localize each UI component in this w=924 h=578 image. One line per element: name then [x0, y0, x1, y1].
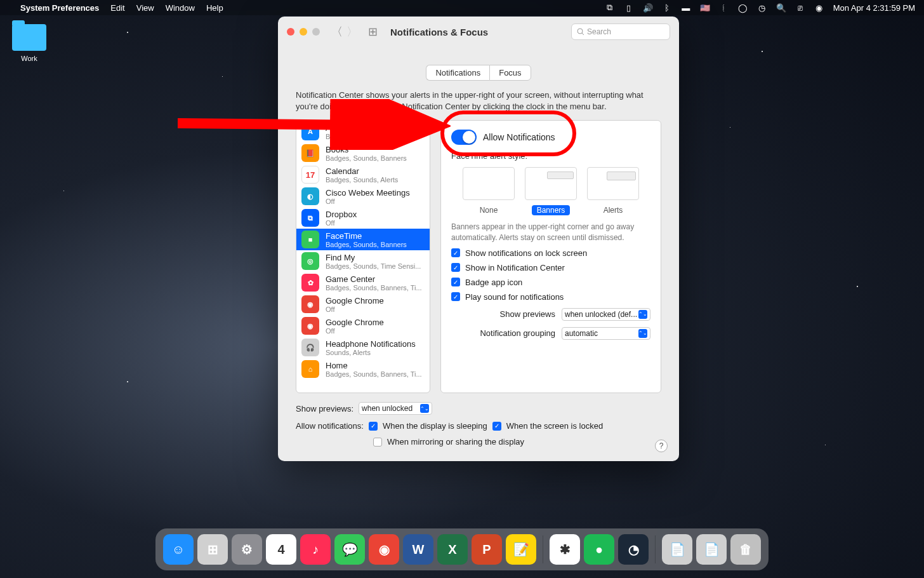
app-row-google-chrome[interactable]: ◉Google ChromeOff: [296, 315, 430, 337]
bluetooth-icon[interactable]: ᛒ: [662, 3, 672, 13]
app-icon: ✿: [301, 274, 319, 292]
app-row-google-chrome[interactable]: ◉Google ChromeOff: [296, 293, 430, 315]
app-icon: 17: [301, 166, 319, 184]
app-row-calendar[interactable]: 17CalendarBadges, Sounds, Alerts: [296, 164, 430, 185]
grouping-select[interactable]: automatic⌃⌄: [562, 327, 650, 340]
app-row-dropbox[interactable]: ⧉DropboxOff: [296, 207, 430, 229]
dock-powerpoint[interactable]: P: [472, 534, 502, 565]
dock-slack[interactable]: ✱: [550, 534, 580, 565]
grouping-label: Notification grouping: [480, 328, 555, 338]
app-row-facetime[interactable]: ■FaceTimeBadges, Sounds, Banners: [296, 229, 430, 250]
app-row-game-center[interactable]: ✿Game CenterBadges, Sounds, Banners, Ti.…: [296, 272, 430, 293]
checkbox-notification-center[interactable]: ✓: [451, 263, 460, 272]
style-banners[interactable]: Banners: [525, 167, 577, 215]
minimize-button[interactable]: [300, 28, 307, 36]
search-menubar-icon[interactable]: 🔍: [776, 3, 786, 13]
back-button[interactable]: 〈: [331, 24, 343, 39]
app-row-home[interactable]: ⌂HomeBadges, Sounds, Banners, Ti...: [296, 358, 430, 380]
dock-notes[interactable]: 📝: [506, 534, 536, 565]
app-icon: ■: [301, 231, 319, 248]
menu-view[interactable]: View: [136, 3, 154, 13]
titlebar: 〈 〉 ⊞ Notifications & Focus Search: [278, 17, 679, 47]
battery-icon[interactable]: ▬: [681, 3, 691, 13]
style-alerts[interactable]: Alerts: [587, 167, 639, 215]
wifi-icon[interactable]: ⧙: [719, 3, 729, 13]
alert-style-label: FaceTime alert style:: [451, 151, 650, 161]
app-list[interactable]: AApp StoreBadges, Sounds, Banners📕BooksB…: [296, 120, 430, 393]
dock-file2[interactable]: 📄: [696, 534, 727, 565]
allow-notifications-toggle[interactable]: [451, 130, 477, 145]
clock-icon[interactable]: ◷: [757, 3, 767, 13]
datetime[interactable]: Mon Apr 4 2:31:59 PM: [833, 3, 915, 13]
dock-spotify[interactable]: ●: [584, 534, 614, 565]
app-icon: A: [301, 123, 319, 140]
style-none[interactable]: None: [463, 167, 515, 215]
dock-launchpad[interactable]: ⊞: [197, 534, 228, 565]
grid-icon[interactable]: ⊞: [368, 25, 378, 39]
dock-trash[interactable]: 🗑: [730, 534, 761, 565]
app-icon: ◉: [301, 295, 319, 313]
close-button[interactable]: [287, 28, 294, 36]
app-row-app-store[interactable]: AApp StoreBadges, Sounds, Banners: [296, 121, 430, 142]
bottom-controls: Show previews: when unlocked⌃⌄ Allow not…: [278, 393, 679, 461]
control-center-icon[interactable]: ⎚: [795, 3, 805, 13]
dock-music[interactable]: ♪: [300, 534, 331, 565]
menu-help[interactable]: Help: [206, 3, 223, 13]
dock-steam[interactable]: ◔: [618, 534, 649, 565]
app-menu[interactable]: System Preferences: [20, 3, 99, 13]
siri-icon[interactable]: ◉: [814, 3, 824, 13]
allow-notifications-label: Allow Notifications: [483, 132, 555, 142]
dropbox-icon[interactable]: ⧉: [605, 3, 615, 13]
flag-icon[interactable]: 🇺🇸: [700, 3, 710, 13]
dock-excel[interactable]: X: [437, 534, 468, 565]
window-title: Notifications & Focus: [390, 27, 488, 37]
checkbox-locked[interactable]: ✓: [492, 422, 501, 431]
desktop-folder-work[interactable]: Work: [9, 24, 50, 62]
checkbox-mirroring[interactable]: [373, 438, 382, 447]
tabs: Notifications Focus: [278, 65, 679, 81]
app-row-cisco-webex-meetings[interactable]: ◐Cisco Webex MeetingsOff: [296, 185, 430, 207]
help-button[interactable]: ?: [655, 440, 668, 452]
dock: ☺⊞⚙4♪💬◉WXP📝✱●◔📄📄🗑: [155, 528, 769, 570]
checkbox-sound[interactable]: ✓: [451, 292, 460, 301]
preferences-window: 〈 〉 ⊞ Notifications & Focus Search Notif…: [278, 17, 679, 461]
app-row-find-my[interactable]: ◎Find MyBadges, Sounds, Time Sensi...: [296, 250, 430, 272]
previews-select[interactable]: when unlocked (def...⌃⌄: [562, 308, 650, 321]
app-row-books[interactable]: 📕BooksBadges, Sounds, Banners: [296, 142, 430, 164]
menu-window[interactable]: Window: [166, 3, 195, 13]
search-icon: [577, 28, 584, 36]
dock-word[interactable]: W: [403, 534, 433, 565]
previews-label: Show previews: [500, 309, 555, 319]
tab-notifications[interactable]: Notifications: [426, 65, 489, 81]
dock-file[interactable]: 📄: [662, 534, 692, 565]
checkbox-badge[interactable]: ✓: [451, 278, 460, 286]
folder-label: Work: [9, 55, 50, 62]
bottom-previews-select[interactable]: when unlocked⌃⌄: [359, 402, 432, 415]
search-input[interactable]: Search: [571, 24, 670, 40]
dock-system-preferences[interactable]: ⚙: [232, 534, 262, 565]
svg-point-0: [578, 29, 583, 34]
svg-line-1: [582, 33, 584, 35]
zoom-button[interactable]: [312, 28, 320, 36]
battery-menubar-icon[interactable]: ▯: [624, 3, 634, 13]
app-row-headphone-notifications[interactable]: 🎧Headphone NotificationsSounds, Alerts: [296, 337, 430, 358]
app-icon: 🎧: [301, 339, 319, 356]
tab-focus[interactable]: Focus: [489, 65, 531, 81]
forward-button[interactable]: 〉: [346, 24, 358, 39]
app-icon: ◐: [301, 187, 319, 205]
dock-calendar[interactable]: 4: [266, 534, 296, 565]
user-icon[interactable]: ◯: [738, 3, 748, 13]
app-icon: ◉: [301, 317, 319, 335]
dock-chrome[interactable]: ◉: [369, 534, 399, 565]
menu-edit[interactable]: Edit: [110, 3, 124, 13]
bottom-allow-label: Allow notifications:: [296, 421, 364, 431]
checkbox-sleeping[interactable]: ✓: [369, 422, 378, 431]
app-icon: ⌂: [301, 360, 319, 378]
dock-messages[interactable]: 💬: [334, 534, 365, 565]
volume-icon[interactable]: 🔊: [643, 3, 653, 13]
style-description: Banners appear in the upper-right corner…: [451, 222, 650, 243]
checkbox-lock-screen[interactable]: ✓: [451, 248, 460, 257]
folder-icon: [12, 24, 46, 51]
dock-finder[interactable]: ☺: [163, 534, 194, 565]
menubar: System Preferences Edit View Window Help…: [0, 0, 924, 15]
